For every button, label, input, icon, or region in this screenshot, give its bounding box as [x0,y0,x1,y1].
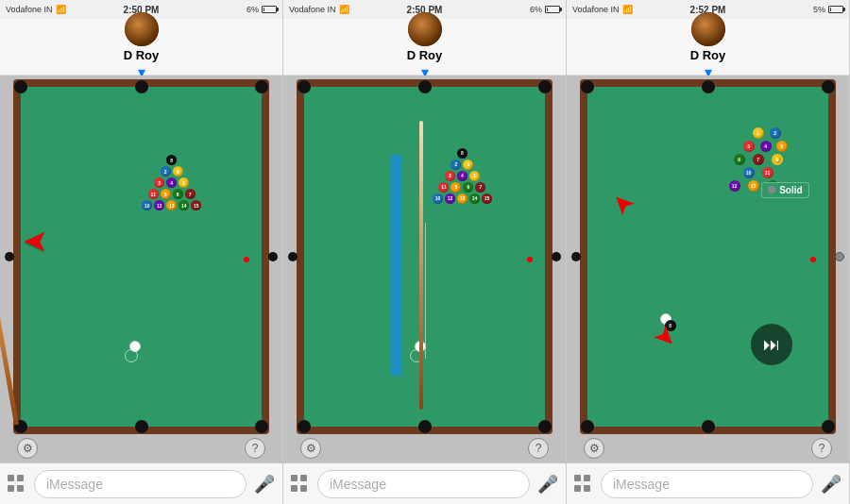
rack-ball-2: 2 [161,166,171,176]
pocket-tl-3 [581,80,594,93]
apps-icon-1[interactable] [8,475,26,494]
imessage-bar-2: iMessage 🎤 [283,462,566,504]
settings-button-3[interactable]: ⚙ [584,438,604,459]
status-left-3: Vodafone IN 📶 [572,5,633,14]
rail-ball-left-2 [288,252,298,261]
apps-dot [300,475,307,481]
pocket-tl-1 [14,80,27,93]
settings-button-2[interactable]: ⚙ [300,438,321,459]
sc-ball-3: 3 [743,141,755,152]
contact-name-3: D Roy [690,48,726,62]
apps-dot [584,485,590,492]
mic-icon-2[interactable]: 🎤 [537,474,558,495]
sc-ball-12: 12 [729,180,740,192]
sc-ball-4: 4 [760,141,772,152]
rail-ball-right-2 [552,252,561,261]
pocket-br-2 [538,420,552,433]
game-area-3: You 🤖 1 2 3 [567,76,849,462]
sc-ball-5: 5 [776,141,788,152]
sc-ball-13: 13 [748,180,759,192]
hint-arrow-3-up: ➤ [604,186,641,224]
rack-ball-15: 15 [191,200,201,210]
rail-ball-right-3 [835,252,844,261]
apps-icon-3[interactable] [574,475,593,494]
apps-dot [8,475,14,481]
pocket-bm-1 [135,420,148,433]
header-3: D Roy ▾ [567,19,849,76]
help-button-3[interactable]: ? [811,438,832,459]
apps-dot [17,485,24,492]
sc-ball-9: 9 [772,154,783,165]
pocket-bm-3 [702,420,715,433]
rack-ball-11b: 11 [438,182,449,193]
rack-ball-10: 10 [142,200,152,210]
game-area-2: You 🤖 8 [283,76,566,462]
play-next-button-3[interactable]: ⏭ [751,324,792,365]
imessage-placeholder-3: iMessage [613,477,670,492]
rack-ball-13b: 13 [457,193,468,204]
rack-ball-7: 7 [185,189,196,199]
imessage-bar-3: iMessage 🎤 [567,462,849,504]
pocket-bm-2 [418,420,432,433]
power-bar-2 [391,155,402,376]
apps-dot [584,475,590,481]
imessage-input-1[interactable]: iMessage [34,470,246,498]
red-dot-3 [810,257,816,262]
wifi-icon-1: 📶 [56,5,66,14]
table-bottom-bar-2: ⚙ ? [297,434,552,462]
pool-table-1: 8 2 9 3 4 1 11 5 6 7 [13,79,269,434]
mic-icon-1[interactable]: 🎤 [254,474,275,495]
rack-ball-5b: 5 [450,182,461,193]
guide-line-2 [425,223,426,359]
pool-table-inner-1: 8 2 9 3 4 1 11 5 6 7 [21,87,262,427]
rack-ball-10b: 10 [433,193,443,204]
header-content-2: D Roy ▾ [407,12,443,81]
rack-ball-1: 1 [178,177,189,188]
pocket-bl-3 [581,420,594,433]
sc-ball-7: 7 [753,154,764,165]
pocket-br-1 [255,420,268,433]
pocket-tr-1 [255,80,268,93]
apps-dot [574,485,581,492]
rail-ball-left-1 [5,252,14,261]
rack-ball-3: 3 [154,177,164,188]
rack-ball-15b: 15 [482,193,492,204]
apps-dot [291,485,298,492]
contact-name-2: D Roy [407,48,443,62]
pocket-tm-1 [135,80,148,93]
rack-ball-14b: 14 [469,193,480,204]
pocket-tr-3 [822,80,835,93]
wifi-icon-2: 📶 [339,5,349,14]
ball-rack-1: 8 2 9 3 4 1 11 5 6 7 [142,155,201,211]
table-bottom-bar-1: ⚙ ? [13,434,269,462]
apps-dot [574,475,581,481]
hint-arrow-3-down: ➤ [647,318,685,356]
rack-ball-4: 4 [166,177,177,188]
apps-icon-2[interactable] [291,475,310,494]
mic-icon-3[interactable]: 🎤 [821,474,842,495]
battery-icon-1 [262,6,277,13]
settings-button-1[interactable]: ⚙ [17,438,38,459]
red-dot-1 [244,257,249,262]
hint-arrow-1: ➤ [23,223,48,259]
pool-table-3: 1 2 3 4 5 6 7 9 10 11 12 13 14 8 [580,79,836,434]
battery-pct-1: 6% [246,5,259,14]
apps-dot [300,485,307,492]
pocket-br-3 [822,420,835,433]
rack-ball-6: 6 [173,189,183,199]
rack-ball-13: 13 [166,200,177,210]
table-bottom-bar-3: ⚙ ? [580,434,836,462]
header-content-3: D Roy ▾ [690,12,726,81]
imessage-input-2[interactable]: iMessage [317,470,530,498]
rack-ball-2b: 2 [450,160,461,170]
sc-ball-6: 6 [734,154,745,165]
panel-2: Vodafone IN 📶 2:50 PM 6% D Roy ▾ You [283,0,567,504]
help-button-2[interactable]: ? [528,438,549,459]
status-right-2: 6% [530,5,560,14]
apps-dot [8,485,14,492]
apps-dot [17,475,24,481]
imessage-input-3[interactable]: iMessage [601,470,813,498]
solid-badge-dot [768,186,775,193]
help-button-1[interactable]: ? [245,438,265,459]
rack-ball-7b: 7 [475,182,485,193]
